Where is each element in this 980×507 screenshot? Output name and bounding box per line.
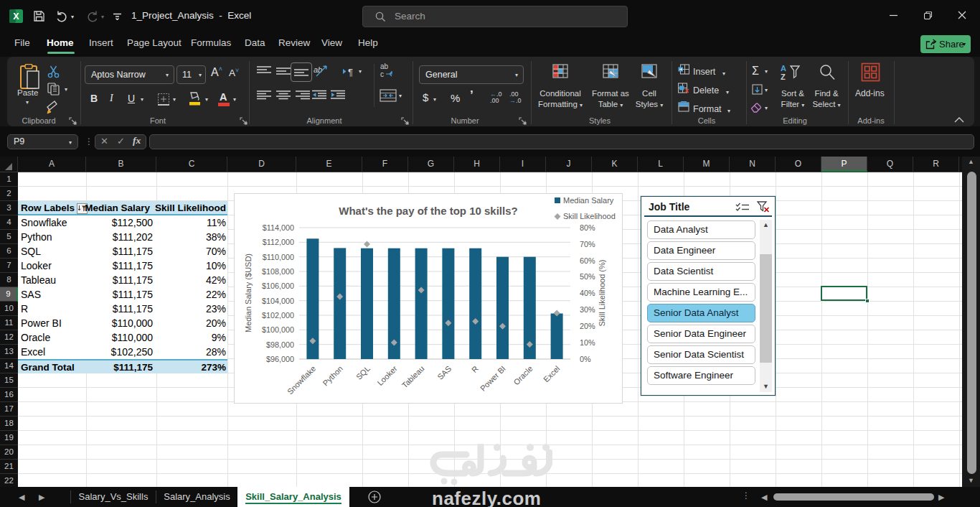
svg-text:Median Salary ($USD): Median Salary ($USD) xyxy=(244,254,253,332)
svg-text:20%: 20% xyxy=(580,322,595,330)
svg-text:0%: 0% xyxy=(580,355,591,363)
svg-text:Skill Likelihood: Skill Likelihood xyxy=(563,212,616,220)
svg-text:$98,000: $98,000 xyxy=(266,340,294,349)
svg-text:40%: 40% xyxy=(580,289,595,297)
svg-text:Skill Likelihood (%): Skill Likelihood (%) xyxy=(598,260,606,327)
svg-text:$112,000: $112,000 xyxy=(263,238,294,246)
svg-text:$96,000: $96,000 xyxy=(266,355,294,363)
svg-text:$108,000: $108,000 xyxy=(262,267,294,276)
svg-text:Z: Z xyxy=(781,73,786,81)
svg-text:$110,000: $110,000 xyxy=(263,253,294,261)
svg-text:$102,000: $102,000 xyxy=(262,311,294,320)
svg-text:60%: 60% xyxy=(580,256,595,265)
svg-text:X: X xyxy=(13,11,19,22)
svg-text:What's the pay of the top 10 s: What's the pay of the top 10 skills? xyxy=(339,205,517,217)
svg-text:80%: 80% xyxy=(580,223,595,232)
svg-text:A: A xyxy=(781,64,786,73)
svg-text:¶: ¶ xyxy=(348,67,353,78)
svg-text:ab: ab xyxy=(380,62,389,70)
svg-text:$114,000: $114,000 xyxy=(263,223,294,232)
svg-text:70%: 70% xyxy=(580,240,595,248)
svg-text:$100,000: $100,000 xyxy=(262,325,294,334)
svg-text:50%: 50% xyxy=(580,272,595,281)
svg-text:30%: 30% xyxy=(580,305,595,314)
svg-text:10%: 10% xyxy=(580,338,595,347)
svg-text:$104,000: $104,000 xyxy=(262,297,294,305)
svg-text:c: c xyxy=(380,70,384,78)
svg-text:$106,000: $106,000 xyxy=(262,282,294,290)
svg-text:ab: ab xyxy=(314,65,322,74)
svg-text:Median Salary: Median Salary xyxy=(563,196,614,205)
